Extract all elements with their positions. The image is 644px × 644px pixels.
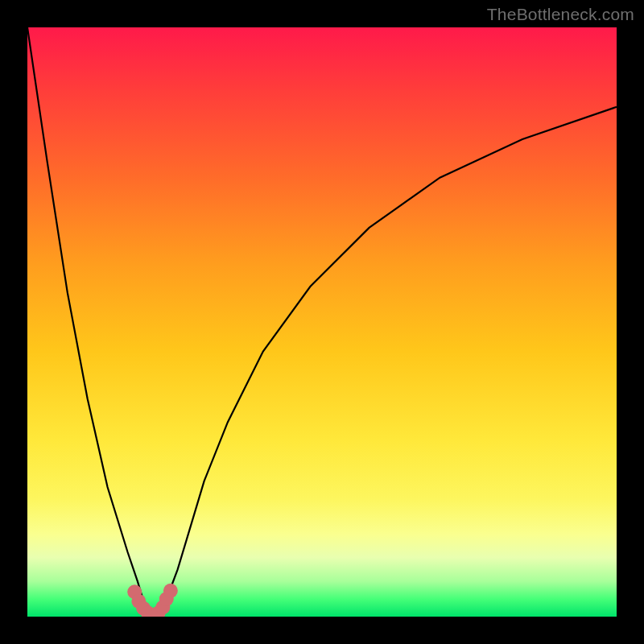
minimum-dot xyxy=(163,584,178,598)
curve-left-arm xyxy=(27,27,152,613)
curve-layer xyxy=(27,27,617,617)
plot-area xyxy=(27,27,617,617)
curve-right-arm xyxy=(157,107,617,614)
watermark-text: TheBottleneck.com xyxy=(487,5,634,24)
minimum-dots-cluster xyxy=(127,584,178,617)
chart-frame: TheBottleneck.com xyxy=(0,0,644,644)
